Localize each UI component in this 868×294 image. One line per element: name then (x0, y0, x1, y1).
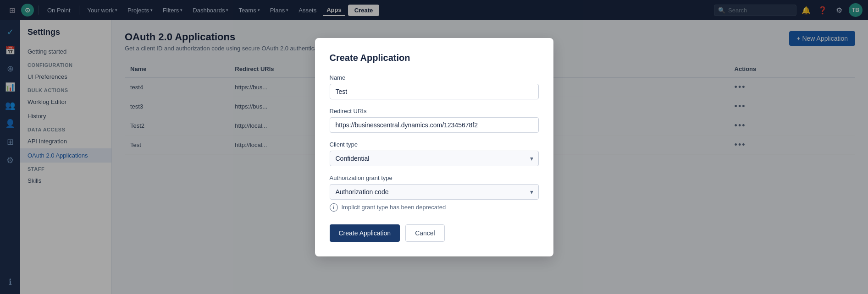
name-input[interactable] (330, 84, 539, 99)
grant-type-label: Authorization grant type (330, 174, 539, 181)
modal-overlay: Create Application Name Redirect URIs Cl… (0, 0, 868, 294)
name-form-group: Name (330, 74, 539, 99)
create-application-modal: Create Application Name Redirect URIs Cl… (315, 38, 553, 256)
redirect-input[interactable] (330, 117, 539, 133)
redirect-label: Redirect URIs (330, 108, 539, 114)
modal-footer: Create Application Cancel (330, 224, 539, 242)
name-label: Name (330, 74, 539, 81)
grant-type-select[interactable]: Authorization code Implicit (330, 184, 539, 200)
cancel-button[interactable]: Cancel (405, 224, 445, 242)
client-type-select-wrapper: Confidential Public (330, 151, 539, 166)
redirect-form-group: Redirect URIs (330, 108, 539, 133)
create-application-button[interactable]: Create Application (330, 224, 400, 242)
grant-type-form-group: Authorization grant type Authorization c… (330, 174, 539, 212)
info-icon: i (330, 203, 338, 212)
client-type-form-group: Client type Confidential Public (330, 141, 539, 166)
client-type-select[interactable]: Confidential Public (330, 151, 539, 166)
deprecated-notice: i Implicit grant type has been deprecate… (330, 203, 539, 212)
modal-title: Create Application (330, 53, 539, 63)
grant-type-select-wrapper: Authorization code Implicit (330, 184, 539, 200)
client-type-label: Client type (330, 141, 539, 148)
deprecated-text: Implicit grant type has been deprecated (342, 204, 446, 211)
